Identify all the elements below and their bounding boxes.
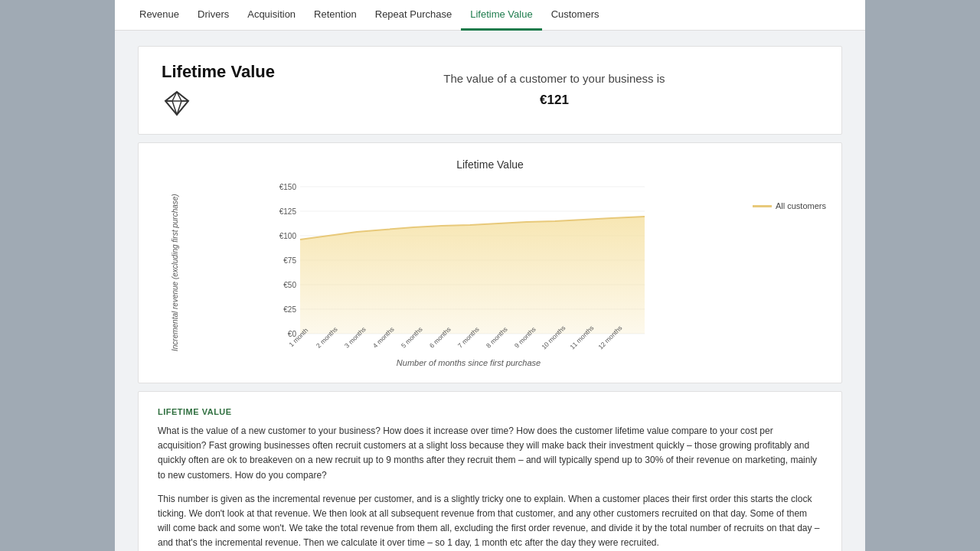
chart-area: €150 €125 €100 €75 €50 €25 €0 xyxy=(196,178,741,367)
header-summary: The value of a customer to your business… xyxy=(290,68,818,112)
chart-card: Lifetime Value Incremental revenue (excl… xyxy=(138,142,842,383)
info-paragraph-2: This number is given as the incremental … xyxy=(158,492,822,551)
legend-line xyxy=(753,205,772,207)
svg-marker-0 xyxy=(165,92,188,115)
svg-text:€150: €150 xyxy=(279,183,297,191)
navigation: RevenueDriversAcquisitionRetentionRepeat… xyxy=(115,0,865,31)
svg-text:€75: €75 xyxy=(283,256,296,265)
ltv-value: €121 xyxy=(290,89,818,112)
nav-item-drivers[interactable]: Drivers xyxy=(188,0,238,31)
info-paragraph-1: What is the value of a new customer to y… xyxy=(158,424,822,483)
chart-title: Lifetime Value xyxy=(154,158,826,171)
content-area: Lifetime Value The value of a cust xyxy=(115,31,865,551)
legend-item-all-customers: All customers xyxy=(753,201,826,210)
y-axis-label: Incremental revenue (excluding first pur… xyxy=(154,178,196,367)
chart-legend: All customers xyxy=(741,178,826,367)
chart-container: Incremental revenue (excluding first pur… xyxy=(154,178,826,367)
nav-item-lifetime-value[interactable]: Lifetime Value xyxy=(461,0,541,31)
nav-item-retention[interactable]: Retention xyxy=(305,0,366,31)
svg-text:€125: €125 xyxy=(279,207,297,216)
page-title: Lifetime Value xyxy=(162,62,275,82)
header-left: Lifetime Value xyxy=(162,62,275,119)
header-card: Lifetime Value The value of a cust xyxy=(138,46,842,135)
header-subtitle: The value of a customer to your business… xyxy=(290,68,818,89)
nav-item-customers[interactable]: Customers xyxy=(542,0,609,31)
legend-label: All customers xyxy=(776,201,826,210)
svg-text:€25: €25 xyxy=(283,305,296,314)
diamond-icon xyxy=(162,88,275,119)
info-section-title: LIFETIME VALUE xyxy=(158,407,822,416)
info-card: LIFETIME VALUE What is the value of a ne… xyxy=(138,391,842,551)
chart-svg: €150 €125 €100 €75 €50 €25 €0 xyxy=(196,178,741,357)
nav-item-acquisition[interactable]: Acquisition xyxy=(238,0,305,31)
svg-text:€100: €100 xyxy=(279,232,297,240)
nav-item-repeat-purchase[interactable]: Repeat Purchase xyxy=(366,0,461,31)
svg-text:€50: €50 xyxy=(283,281,296,289)
nav-item-revenue[interactable]: Revenue xyxy=(130,0,188,31)
svg-marker-16 xyxy=(300,217,645,334)
x-axis-label: Number of months since first purchase xyxy=(196,358,741,367)
